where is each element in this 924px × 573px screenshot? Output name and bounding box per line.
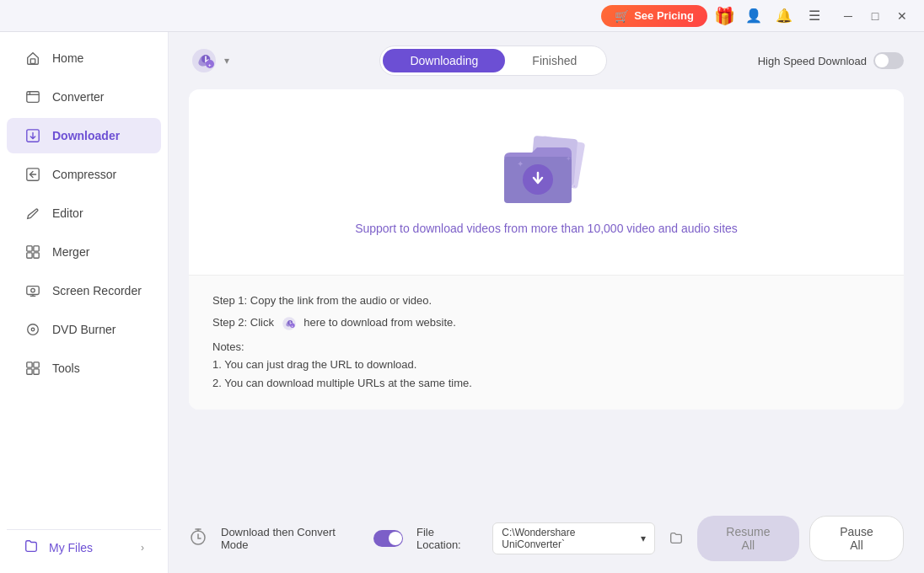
- maximize-button[interactable]: □: [863, 4, 887, 28]
- logo-area: + ▾: [189, 46, 229, 76]
- bottom-actions: Resume All Pause All: [697, 516, 904, 561]
- home-icon: [24, 49, 42, 67]
- svg-text:+: +: [291, 324, 293, 327]
- mode-toggle[interactable]: [373, 530, 403, 547]
- compressor-icon: [24, 165, 42, 184]
- svg-point-10: [31, 288, 35, 292]
- close-button[interactable]: ✕: [890, 4, 914, 28]
- sidebar-item-compressor[interactable]: Compressor: [7, 157, 161, 192]
- svg-point-14: [31, 328, 35, 331]
- screen-recorder-icon: [24, 281, 42, 300]
- svg-rect-0: [30, 59, 35, 63]
- menu-icon[interactable]: ☰: [803, 4, 826, 28]
- mode-label: Download then Convert Mode: [221, 526, 360, 551]
- resume-all-button[interactable]: Resume All: [697, 516, 799, 561]
- file-location-label: File Location:: [416, 526, 479, 551]
- sidebar-item-merger[interactable]: Merger: [7, 234, 161, 270]
- sidebar-merger-label: Merger: [52, 245, 89, 259]
- folder-illustration: ✦ ✦ •: [492, 129, 601, 222]
- main-content: + ▾ Downloading Finished High Speed Down…: [169, 32, 924, 573]
- high-speed-toggle[interactable]: [873, 52, 904, 69]
- svg-rect-16: [34, 362, 39, 367]
- sidebar-screen-recorder-label: Screen Recorder: [52, 284, 142, 297]
- user-icon[interactable]: 👤: [742, 4, 766, 28]
- support-text: Support to download videos from more tha…: [355, 222, 738, 235]
- sidebar: Home Converter Downloader Compressor Edi: [0, 32, 169, 573]
- sidebar-compressor-label: Compressor: [52, 168, 116, 181]
- svg-rect-8: [34, 253, 39, 258]
- dvd-burner-icon: [24, 320, 42, 339]
- see-pricing-label: See Pricing: [634, 9, 694, 22]
- sidebar-item-home[interactable]: Home: [7, 40, 161, 76]
- svg-text:✦: ✦: [566, 155, 572, 163]
- pause-all-button[interactable]: Pause All: [809, 516, 904, 561]
- svg-rect-9: [27, 286, 39, 295]
- sidebar-item-converter[interactable]: Converter: [7, 79, 161, 115]
- step2-prefix: Step 2: Click: [212, 316, 274, 329]
- title-bar: 🛒 See Pricing 🎁 👤 🔔 ☰ ─ □ ✕: [0, 0, 924, 32]
- sidebar-tools-label: Tools: [52, 361, 80, 375]
- step2-suffix: here to download from website.: [304, 316, 456, 329]
- my-files-chevron-icon: ›: [141, 542, 144, 554]
- sidebar-dvd-burner-label: DVD Burner: [52, 323, 116, 336]
- timer-icon: [189, 527, 207, 550]
- see-pricing-button[interactable]: 🛒 See Pricing: [601, 5, 707, 27]
- notification-icon[interactable]: 🔔: [772, 4, 796, 28]
- high-speed-label: High Speed Download: [758, 55, 867, 67]
- bottom-bar: Download then Convert Mode File Location…: [169, 504, 924, 573]
- note1-text: 1. You can just drag the URL to download…: [212, 356, 880, 373]
- svg-rect-1: [27, 92, 39, 103]
- svg-rect-15: [27, 362, 32, 367]
- step1-text: Step 1: Copy the link from the audio or …: [212, 292, 880, 309]
- svg-text:+: +: [208, 62, 212, 67]
- step2-text: Step 2: Click + here to download from we…: [212, 314, 880, 332]
- high-speed-area: High Speed Download: [758, 52, 904, 69]
- logo-icon: +: [189, 46, 219, 76]
- sidebar-editor-label: Editor: [52, 206, 83, 220]
- open-folder-icon[interactable]: [669, 530, 684, 548]
- download-card: ✦ ✦ • Support to download videos from mo…: [189, 89, 904, 410]
- cart-icon: 🛒: [615, 9, 629, 23]
- svg-rect-7: [27, 253, 32, 258]
- gift-button[interactable]: 🎁: [714, 6, 735, 26]
- download-area: ✦ ✦ • Support to download videos from mo…: [169, 89, 924, 504]
- notes-title: Notes:: [212, 339, 880, 356]
- file-path-container[interactable]: C:\Wondershare UniConverter` ▾: [492, 522, 654, 554]
- svg-rect-5: [27, 246, 32, 251]
- app-body: Home Converter Downloader Compressor Edi: [0, 32, 924, 573]
- sidebar-item-downloader[interactable]: Downloader: [7, 118, 161, 153]
- sidebar-converter-label: Converter: [52, 90, 104, 104]
- sidebar-home-label: Home: [52, 51, 83, 65]
- tab-finished[interactable]: Finished: [505, 49, 604, 72]
- top-bar: + ▾ Downloading Finished High Speed Down…: [169, 32, 924, 89]
- file-path-text: C:\Wondershare UniConverter`: [502, 527, 635, 550]
- svg-text:✦: ✦: [517, 159, 524, 169]
- my-files-label: My Files: [49, 541, 93, 554]
- sidebar-item-editor[interactable]: Editor: [7, 195, 161, 231]
- note2-text: 2. You can download multiple URLs at the…: [212, 375, 880, 392]
- my-files-icon: [24, 538, 39, 556]
- illustration-area: ✦ ✦ • Support to download videos from mo…: [338, 89, 755, 275]
- tools-icon: [24, 359, 42, 378]
- window-controls: ─ □ ✕: [836, 4, 914, 28]
- notes-section: Notes: 1. You can just drag the URL to d…: [212, 339, 880, 392]
- sidebar-item-dvd-burner[interactable]: DVD Burner: [7, 312, 161, 347]
- logo-dropdown-arrow-icon[interactable]: ▾: [224, 55, 229, 67]
- sidebar-downloader-label: Downloader: [52, 129, 120, 142]
- dropdown-arrow-icon[interactable]: ▾: [641, 533, 646, 544]
- instructions-area: Step 1: Copy the link from the audio or …: [189, 275, 904, 410]
- svg-rect-18: [34, 369, 39, 374]
- sidebar-item-tools[interactable]: Tools: [7, 351, 161, 386]
- svg-rect-17: [27, 369, 32, 374]
- svg-rect-6: [34, 246, 39, 251]
- merger-icon: [24, 243, 42, 261]
- minimize-button[interactable]: ─: [836, 4, 860, 28]
- tab-downloading[interactable]: Downloading: [383, 49, 505, 72]
- sidebar-item-screen-recorder[interactable]: Screen Recorder: [7, 273, 161, 308]
- my-files-item[interactable]: My Files ›: [7, 529, 161, 565]
- tab-container: Downloading Finished: [379, 46, 607, 76]
- editor-icon: [24, 204, 42, 222]
- step2-icon: +: [281, 315, 298, 332]
- svg-point-13: [28, 324, 39, 335]
- converter-icon: [24, 88, 42, 106]
